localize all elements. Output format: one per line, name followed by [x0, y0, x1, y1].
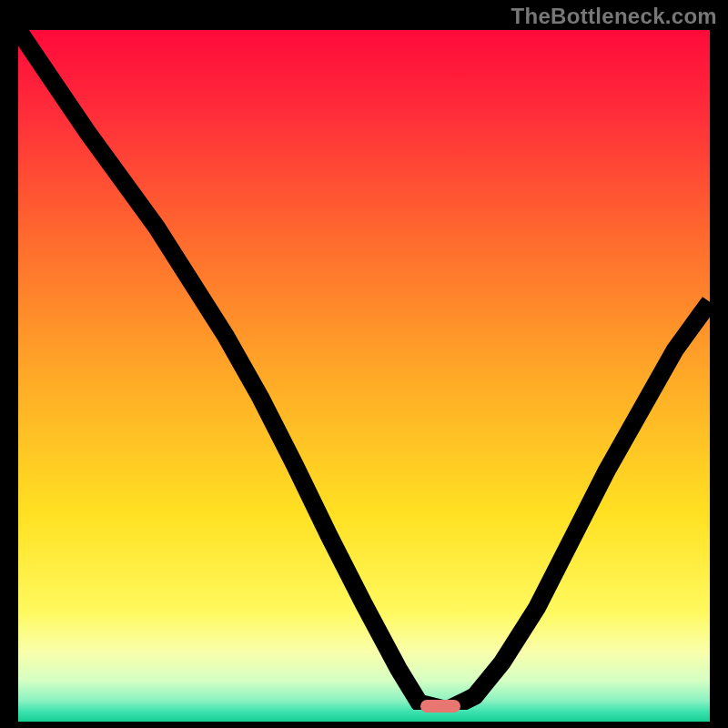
chart-frame: TheBottleneck.com	[0, 0, 728, 728]
left-branch-line	[18, 30, 447, 710]
bottleneck-curve	[18, 30, 710, 710]
plot-area	[18, 30, 710, 710]
optimal-marker	[420, 700, 460, 713]
right-branch-line	[447, 302, 710, 710]
watermark-text: TheBottleneck.com	[511, 4, 717, 29]
